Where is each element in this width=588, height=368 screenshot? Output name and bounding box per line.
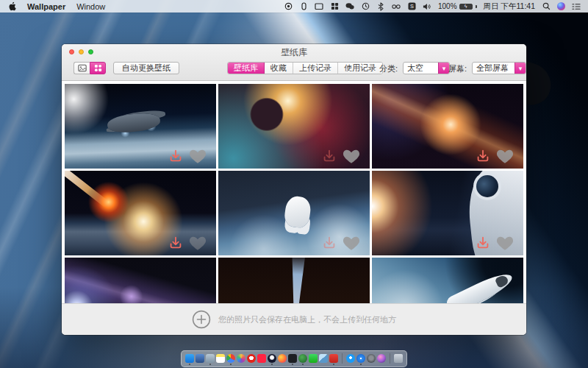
tab-upload-history[interactable]: 上传记录 [293,63,338,74]
dock-divider [342,353,343,364]
dock-icon-books[interactable] [329,354,338,363]
dock-icon-chrome[interactable] [226,354,235,363]
dock-icon-notes[interactable] [216,354,225,363]
dock-icon-jd[interactable] [247,354,256,363]
wallpaper-thumbnail[interactable] [65,171,216,255]
heart-icon[interactable] [188,233,207,252]
menu-app-name[interactable]: Wallpaper [27,2,65,11]
heart-icon[interactable] [495,233,514,252]
spotlight-icon[interactable] [542,2,551,11]
chevron-down-icon: ▾ [514,63,526,74]
heart-icon[interactable] [342,146,361,166]
privacy-note: 您的照片只会保存在电脑上，不会上传到任何地方 [218,314,396,325]
dock-icon-screenshot[interactable] [206,354,215,363]
dock-icon-safari[interactable] [356,354,365,363]
download-icon[interactable] [168,235,184,251]
wallpaper-grid [62,81,526,303]
dock-icon-system-preferences[interactable] [367,354,376,363]
dock-icon-preview[interactable] [319,354,328,363]
window-title: 壁纸库 [62,46,526,59]
wallpaper-thumbnail[interactable] [65,84,216,169]
dock-icon-appstore[interactable] [346,354,355,363]
wechat-status-icon[interactable] [345,2,354,11]
battery-percent: 100% [438,2,457,10]
wallpaper-thumbnail[interactable] [372,84,523,169]
shadowsocks-icon[interactable]: S [407,2,416,11]
dock-icon-terminal[interactable] [288,354,297,363]
dock-icon-launchpad[interactable] [196,354,204,363]
window-header: 壁纸库 自动更换壁纸 壁纸库 收藏 上传记录 使用记录 [62,44,526,81]
dock-icon-trash[interactable] [394,354,403,363]
tab-wallpaper-library[interactable]: 壁纸库 [228,63,265,74]
dock-icon-wechat[interactable] [309,354,318,363]
download-icon[interactable] [168,148,184,164]
download-icon[interactable] [321,148,337,164]
display-icon[interactable] [315,2,323,11]
wallpaper-thumbnail[interactable] [218,84,370,169]
wallpaper-thumbnail[interactable] [372,258,523,303]
single-image-view-button[interactable] [74,62,90,74]
view-mode-segment [74,62,106,74]
gallery-content [62,81,526,303]
image-icon [78,64,87,73]
battery-indicator[interactable]: 100% ϟ [438,2,477,10]
dock-icon-siri[interactable] [377,354,386,363]
category-value: 太空 [404,63,438,74]
screen-value: 全部屏幕 [473,63,514,74]
screen-select[interactable]: 全部屏幕 ▾ [472,62,526,74]
wallpaper-app-window: 壁纸库 自动更换壁纸 壁纸库 收藏 上传记录 使用记录 [62,44,526,335]
dock [181,350,407,367]
dock-divider [390,353,390,364]
heart-icon[interactable] [495,146,514,166]
chevron-down-icon: ▾ [438,63,449,74]
desktop: Wallpaper Window S 100% ϟ 周日 下午11:41 [0,0,588,368]
siri-icon[interactable] [557,2,565,10]
wallpaper-thumbnail[interactable] [218,171,370,255]
grid-view-button[interactable] [90,62,106,74]
notification-center-icon[interactable] [572,2,581,11]
wallpaper-thumbnail[interactable] [218,258,370,303]
category-label: 分类: [379,63,398,74]
dock-icon-firefox[interactable] [278,354,287,363]
toolbar: 自动更换壁纸 壁纸库 收藏 上传记录 使用记录 分类: 太空 ▾ 屏幕: 全部屏… [71,62,517,77]
window-footer: 您的照片只会保存在电脑上，不会上传到任何地方 [62,303,526,335]
heart-icon[interactable] [342,233,361,252]
svg-text:S: S [410,3,414,10]
time-machine-icon[interactable] [361,2,370,11]
dock-icon-finder[interactable] [185,354,194,363]
menu-bar: Wallpaper Window S 100% ϟ 周日 下午11:41 [0,0,588,13]
category-select[interactable]: 太空 ▾ [403,62,450,74]
download-icon[interactable] [321,235,337,251]
download-icon[interactable] [475,148,491,164]
dock-icon-photos[interactable] [237,354,245,363]
vpn-icon[interactable] [392,2,401,11]
tab-usage-history[interactable]: 使用记录 [338,63,382,74]
volume-icon[interactable] [423,2,431,11]
keyboard-grid-icon[interactable] [330,2,339,11]
bluetooth-icon[interactable] [376,2,385,11]
dock-icon-appcleaner[interactable] [298,354,307,363]
screen-label: 屏幕: [448,63,467,74]
wallpaper-thumbnail[interactable] [372,171,523,255]
screen-record-icon[interactable] [284,2,293,11]
battery-icon: ϟ [459,4,473,10]
download-icon[interactable] [475,235,491,251]
grid-icon [93,64,102,73]
wallpaper-thumbnail[interactable] [65,258,216,303]
menu-clock[interactable]: 周日 下午11:41 [484,1,535,12]
tab-bar: 壁纸库 收藏 上传记录 使用记录 [227,62,383,74]
tab-favorites[interactable]: 收藏 [265,63,293,74]
apple-menu-icon[interactable] [7,2,16,11]
auto-change-wallpaper-button[interactable]: 自动更换壁纸 [113,62,179,74]
heart-icon[interactable] [188,146,207,166]
lock-pill-icon[interactable] [299,2,308,11]
dock-icon-red-note[interactable] [257,354,266,363]
dock-icon-qq[interactable] [268,354,276,363]
add-photo-button[interactable] [192,310,211,329]
menu-window[interactable]: Window [76,2,105,11]
